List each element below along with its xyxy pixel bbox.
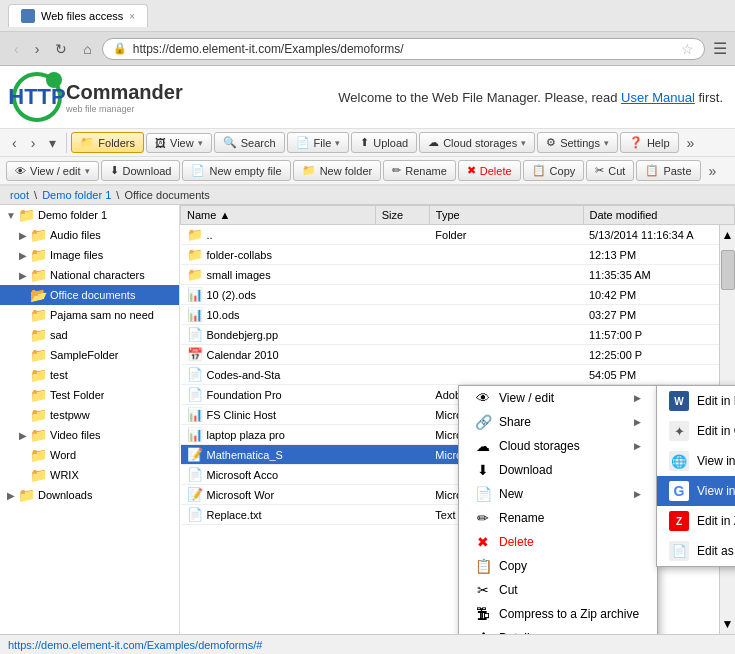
- sub-ms-office[interactable]: W Edit in MS Office: [657, 386, 735, 416]
- ctx-cloud-label: Cloud storages: [499, 439, 580, 453]
- new-folder-button[interactable]: 📁 New folder: [293, 160, 382, 181]
- help-button[interactable]: ❓ Help: [620, 132, 679, 153]
- user-manual-link[interactable]: User Manual: [621, 90, 695, 105]
- nav-forward-toolbar[interactable]: ›: [25, 133, 42, 153]
- col-type[interactable]: Type: [429, 206, 583, 225]
- ctx-view-edit-label: View / edit: [499, 391, 554, 405]
- nav-dropdown-toolbar[interactable]: ▾: [43, 133, 62, 153]
- table-row[interactable]: 📄Bondebjerg.pp 11:57:00 P: [181, 325, 735, 345]
- sidebar-item-wrix[interactable]: 📁 WRIX: [0, 465, 179, 485]
- scroll-down-icon[interactable]: ▼: [719, 614, 735, 634]
- sidebar-item-office[interactable]: 📂 Office documents: [0, 285, 179, 305]
- download-toolbar-button[interactable]: ⬇ Download: [101, 160, 181, 181]
- file-type: [429, 265, 583, 285]
- address-bar[interactable]: 🔒 https://demo.element-it.com/Examples/d…: [102, 38, 705, 60]
- sidebar-item-test-folder[interactable]: 📁 Test Folder: [0, 385, 179, 405]
- cloud-button[interactable]: ☁ Cloud storages ▾: [419, 132, 535, 153]
- ctx-cloud[interactable]: ☁ Cloud storages: [459, 434, 657, 458]
- action-toolbar: 👁 View / edit ▾ ⬇ Download 📄 New empty f…: [0, 157, 735, 186]
- ctx-compress[interactable]: 🗜 Compress to a Zip archive: [459, 602, 657, 626]
- sidebar-item-audio[interactable]: ▶ 📁 Audio files: [0, 225, 179, 245]
- rename-button[interactable]: ✏ Rename: [383, 160, 456, 181]
- cut-button[interactable]: ✂ Cut: [586, 160, 634, 181]
- file-date: 5/13/2014 11:16:34 A: [583, 225, 735, 245]
- search-button[interactable]: 🔍 Search: [214, 132, 285, 153]
- table-row[interactable]: 📊10.ods 03:27 PM: [181, 305, 735, 325]
- ctx-view-edit[interactable]: 👁 View / edit: [459, 386, 657, 410]
- table-row[interactable]: 📅Calendar 2010 12:25:00 P: [181, 345, 735, 365]
- ctx-new[interactable]: 📄 New: [459, 482, 657, 506]
- sidebar-item-national[interactable]: ▶ 📁 National characters: [0, 265, 179, 285]
- breadcrumb-root[interactable]: root: [10, 189, 29, 201]
- table-row[interactable]: 📁small images 11:35:35 AM: [181, 265, 735, 285]
- cloud-label: Cloud storages: [443, 137, 517, 149]
- sidebar-item-sad[interactable]: 📁 sad: [0, 325, 179, 345]
- folder-icon: 📁: [30, 327, 47, 343]
- sidebar-item-image[interactable]: ▶ 📁 Image files: [0, 245, 179, 265]
- ctx-copy-label: Copy: [499, 559, 527, 573]
- back-button[interactable]: ‹: [8, 39, 25, 59]
- toolbar1-more-button[interactable]: »: [681, 133, 701, 153]
- view-icon: 🖼: [155, 137, 166, 149]
- sub-web-apps[interactable]: 🌐 View in Office Web Apps: [657, 446, 735, 476]
- col-size[interactable]: Size: [375, 206, 429, 225]
- delete-button[interactable]: ✖ Delete: [458, 160, 521, 181]
- browser-tab[interactable]: Web files access ×: [8, 4, 148, 27]
- forward-button[interactable]: ›: [29, 39, 46, 59]
- ctx-rename[interactable]: ✏ Rename: [459, 506, 657, 530]
- sidebar-item-sample[interactable]: 📁 SampleFolder: [0, 345, 179, 365]
- tree-label: SampleFolder: [50, 349, 118, 361]
- col-date[interactable]: Date modified: [583, 206, 735, 225]
- text-file-icon: 📄: [669, 541, 689, 561]
- sidebar-item-downloads[interactable]: ▶ 📁 Downloads: [0, 485, 179, 505]
- logo-text: Commander web file manager: [66, 81, 183, 114]
- file-button[interactable]: 📄 File ▾: [287, 132, 350, 153]
- ctx-cut[interactable]: ✂ Cut: [459, 578, 657, 602]
- breadcrumb-folder1[interactable]: Demo folder 1: [42, 189, 111, 201]
- view-edit-toolbar-button[interactable]: 👁 View / edit ▾: [6, 161, 99, 181]
- bookmark-star-icon[interactable]: ☆: [681, 41, 694, 57]
- sub-zoho[interactable]: Z Edit in Zoho: [657, 506, 735, 536]
- sidebar-item-pajama[interactable]: 📁 Pajama sam no need: [0, 305, 179, 325]
- folders-button[interactable]: 📁 Folders: [71, 132, 144, 153]
- settings-button[interactable]: ⚙ Settings ▾: [537, 132, 618, 153]
- tree-label: sad: [50, 329, 68, 341]
- ctx-download[interactable]: ⬇ Download: [459, 458, 657, 482]
- tree-label: Downloads: [38, 489, 92, 501]
- sub-openoffice[interactable]: ✦ Edit in OpenOffice / LibreOffice: [657, 416, 735, 446]
- ctx-share[interactable]: 🔗 Share: [459, 410, 657, 434]
- tab-close-button[interactable]: ×: [129, 11, 135, 22]
- ctx-delete[interactable]: ✖ Delete: [459, 530, 657, 554]
- table-row[interactable]: 📁folder-collabs 12:13 PM: [181, 245, 735, 265]
- sub-google-docs[interactable]: G View in Google Docs: [657, 476, 735, 506]
- sidebar-item-demo-folder[interactable]: ▼ 📁 Demo folder 1: [0, 205, 179, 225]
- sub-google-docs-label: View in Google Docs: [697, 484, 735, 498]
- col-name[interactable]: Name ▲: [181, 206, 376, 225]
- toolbar2-more-button[interactable]: »: [703, 161, 723, 181]
- scroll-up-icon[interactable]: ▲: [719, 225, 735, 245]
- settings-dropdown-icon: ▾: [604, 138, 609, 148]
- ctx-details[interactable]: ℹ Details: [459, 626, 657, 634]
- logo-commander-text: Commander: [66, 81, 183, 103]
- nav-back-toolbar[interactable]: ‹: [6, 133, 23, 153]
- table-row[interactable]: 📄Codes-and-Sta 54:05 PM: [181, 365, 735, 385]
- view-button[interactable]: 🖼 View ▾: [146, 133, 212, 153]
- scroll-thumb[interactable]: [721, 250, 735, 290]
- table-row[interactable]: 📁.. Folder 5/13/2014 11:16:34 A: [181, 225, 735, 245]
- browser-menu-icon[interactable]: ☰: [713, 39, 727, 58]
- file-size: [375, 465, 429, 485]
- table-row[interactable]: 📊10 (2).ods 10:42 PM: [181, 285, 735, 305]
- ctx-copy[interactable]: 📋 Copy: [459, 554, 657, 578]
- new-empty-file-button[interactable]: 📄 New empty file: [182, 160, 290, 181]
- copy-icon: 📋: [532, 164, 546, 177]
- upload-button[interactable]: ⬆ Upload: [351, 132, 417, 153]
- paste-button[interactable]: 📋 Paste: [636, 160, 700, 181]
- reload-button[interactable]: ↻: [49, 39, 73, 59]
- sidebar-item-testpww[interactable]: 📁 testpww: [0, 405, 179, 425]
- copy-toolbar-button[interactable]: 📋 Copy: [523, 160, 585, 181]
- home-button[interactable]: ⌂: [77, 39, 97, 59]
- sidebar-item-video[interactable]: ▶ 📁 Video files: [0, 425, 179, 445]
- sidebar-item-test[interactable]: 📁 test: [0, 365, 179, 385]
- sub-text-file[interactable]: 📄 Edit as text file: [657, 536, 735, 566]
- sidebar-item-word[interactable]: 📁 Word: [0, 445, 179, 465]
